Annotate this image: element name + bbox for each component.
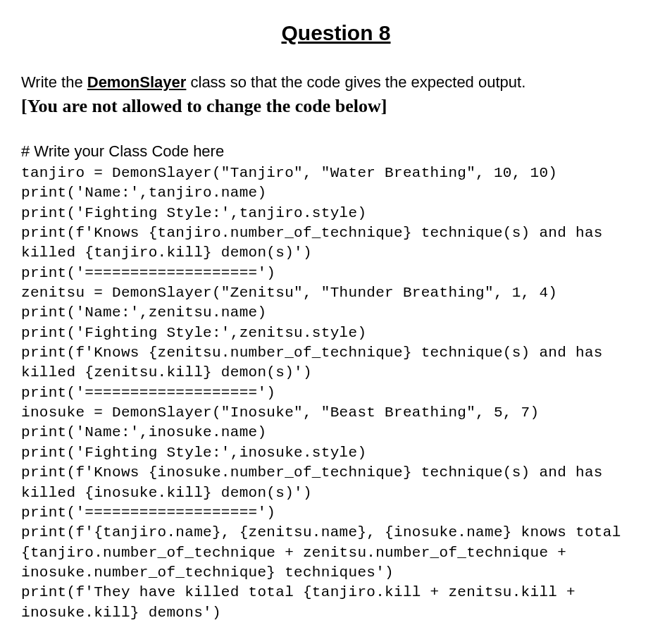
instruction-prefix: Write the (21, 73, 87, 91)
instruction-suffix: class so that the code gives the expecte… (186, 73, 525, 91)
code-comment: # Write your Class Code here (21, 142, 651, 161)
instruction-class-name: DemonSlayer (87, 73, 187, 91)
instruction-line: Write the DemonSlayer class so that the … (21, 73, 651, 92)
question-title: Question 8 (21, 21, 651, 45)
restriction-line: [You are not allowed to change the code … (21, 96, 651, 117)
code-block: tanjiro = DemonSlayer("Tanjiro", "Water … (21, 163, 651, 623)
